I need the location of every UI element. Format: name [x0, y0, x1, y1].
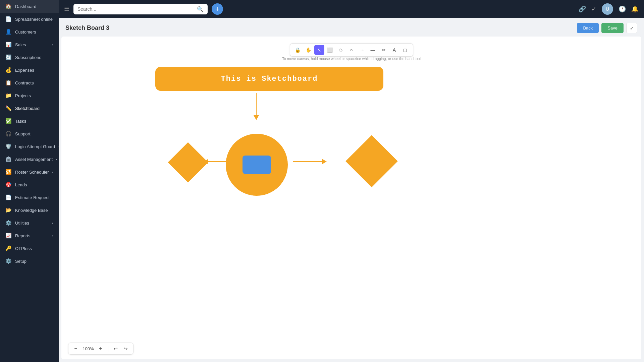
- sidebar-item-label: Subscriptions: [15, 55, 41, 60]
- save-button[interactable]: Save: [601, 23, 624, 33]
- canvas-wrapper: 🔒✋↖⬜◇○→—✏A◻ To move canvas, hold mouse w…: [61, 37, 641, 359]
- header-buttons: Back Save ⤢: [577, 23, 637, 33]
- sidebar-item-subscriptions[interactable]: 🔄 Subscriptions: [0, 51, 59, 64]
- sidebar-icon: 📂: [5, 207, 12, 213]
- sidebar-item-setup[interactable]: ⚙️ Setup: [0, 255, 59, 267]
- sidebar-item-label: Spreadsheet online: [15, 17, 53, 22]
- sidebar-icon: 🏛️: [5, 156, 12, 162]
- toolbar: 🔒✋↖⬜◇○→—✏A◻: [290, 41, 413, 59]
- check-icon[interactable]: ✓: [591, 5, 596, 13]
- sidebar-item-label: Customers: [15, 29, 36, 35]
- page-title: Sketch Board 3: [65, 24, 109, 32]
- sidebar-item-label: Utilities: [15, 221, 29, 226]
- cursor-tool-button[interactable]: ↖: [314, 45, 324, 55]
- zoom-out-button[interactable]: −: [72, 345, 80, 353]
- sidebar-item-utilities[interactable]: ⚙️ Utilities ‹: [0, 217, 59, 229]
- sketch-diamond-left: [168, 142, 208, 182]
- sidebar-item-knowledge-base[interactable]: 📂 Knowledge Base: [0, 204, 59, 217]
- sidebar-item-label: Expenses: [15, 68, 34, 73]
- sidebar-icon: 🔄: [5, 54, 12, 60]
- sidebar-item-otpless[interactable]: 🔑 OTPless: [0, 242, 59, 255]
- sidebar-item-asset-management[interactable]: 🏛️ Asset Management ‹: [0, 153, 59, 166]
- sidebar-item-label: Roster Scheduler: [15, 170, 49, 175]
- sidebar-icon: 📈: [5, 233, 12, 239]
- hand-tool-button[interactable]: ✋: [304, 45, 314, 55]
- sidebar-item-dashboard[interactable]: 🏠 Dashboard: [0, 0, 59, 13]
- sidebar-item-sketchboard[interactable]: ✏️ Sketchboard: [0, 102, 59, 115]
- sidebar-item-contracts[interactable]: 📋 Contracts: [0, 76, 59, 89]
- fullscreen-button[interactable]: ⤢: [626, 23, 637, 33]
- sketch-banner: This is Sketchboard: [155, 67, 383, 91]
- arrow-right: [293, 161, 326, 162]
- sidebar-item-label: Asset Management: [15, 157, 53, 162]
- clock-icon[interactable]: 🕐: [619, 5, 626, 13]
- sidebar-item-label: Login Attempt Guard: [15, 144, 55, 149]
- search-icon: 🔍: [197, 6, 204, 12]
- drawing-area[interactable]: This is Sketchboard: [61, 37, 641, 359]
- back-button[interactable]: Back: [577, 23, 599, 33]
- sketch-rect: [243, 156, 271, 174]
- page-header: Sketch Board 3 Back Save ⤢: [59, 18, 644, 37]
- sidebar-item-label: Dashboard: [15, 4, 37, 9]
- sidebar-item-leads[interactable]: 🎯 Leads: [0, 178, 59, 191]
- redo-button[interactable]: ↪: [122, 345, 130, 353]
- sidebar-icon: 📄: [5, 194, 12, 200]
- sidebar-item-spreadsheet-online[interactable]: 📄 Spreadsheet online: [0, 13, 59, 25]
- circle-tool-button[interactable]: ○: [346, 45, 357, 55]
- search-input[interactable]: [77, 6, 194, 12]
- text-tool-button[interactable]: A: [389, 45, 399, 55]
- line-tool-button[interactable]: —: [368, 45, 378, 55]
- sidebar-item-tasks[interactable]: ✅ Tasks: [0, 115, 59, 127]
- sidebar-icon: 🏠: [5, 3, 12, 9]
- sidebar-item-label: Contracts: [15, 80, 34, 85]
- arrow-tool-button[interactable]: →: [357, 45, 367, 55]
- sidebar-icon: 🔑: [5, 245, 12, 251]
- zoom-level: 100%: [82, 346, 95, 351]
- sidebar: 🏠 Dashboard 📄 Spreadsheet online 👤 Custo…: [0, 0, 59, 362]
- search-wrapper: 🔍: [73, 4, 208, 14]
- sidebar-item-label: OTPless: [15, 246, 32, 251]
- sidebar-icon: 🎯: [5, 182, 12, 188]
- sidebar-item-label: Leads: [15, 182, 27, 187]
- undo-button[interactable]: ↩: [112, 345, 120, 353]
- hamburger-icon[interactable]: ☰: [64, 5, 69, 13]
- chevron-icon: ‹: [52, 43, 53, 47]
- page-content: Sketch Board 3 Back Save ⤢ 🔒✋↖⬜◇○→—✏A◻ T…: [59, 18, 644, 362]
- sidebar-item-expenses[interactable]: 💰 Expenses: [0, 64, 59, 76]
- sidebar-item-login-attempt-guard[interactable]: 🛡️ Login Attempt Guard ‹: [0, 140, 59, 153]
- sidebar-item-customers[interactable]: 👤 Customers: [0, 25, 59, 38]
- sidebar-icon: ✅: [5, 118, 12, 124]
- zoom-in-button[interactable]: +: [97, 345, 105, 353]
- sidebar-icon: 🎧: [5, 131, 12, 137]
- sidebar-item-label: Support: [15, 131, 31, 136]
- sidebar-icon: 🔁: [5, 169, 12, 175]
- diamond-tool-button[interactable]: ◇: [336, 45, 346, 55]
- add-button[interactable]: +: [212, 3, 223, 15]
- sidebar-item-reports[interactable]: 📈 Reports ‹: [0, 229, 59, 242]
- sidebar-icon: ✏️: [5, 105, 12, 111]
- sidebar-item-projects[interactable]: 📁 Projects: [0, 89, 59, 102]
- bell-icon[interactable]: 🔔: [631, 5, 639, 13]
- sidebar-icon: ⚙️: [5, 220, 12, 226]
- sidebar-item-estimate-request[interactable]: 📄 Estimate Request: [0, 191, 59, 204]
- sidebar-item-label: Projects: [15, 93, 31, 98]
- rectangle-tool-button[interactable]: ⬜: [325, 45, 335, 55]
- sidebar-item-label: Sales: [15, 42, 26, 47]
- sidebar-icon: 📁: [5, 93, 12, 99]
- avatar[interactable]: U: [602, 3, 613, 15]
- sidebar-item-label: Tasks: [15, 119, 26, 124]
- share-icon[interactable]: 🔗: [579, 5, 586, 13]
- sidebar-item-label: Sketchboard: [15, 106, 40, 111]
- toolbar-bg: 🔒✋↖⬜◇○→—✏A◻: [290, 43, 413, 57]
- sketch-diamond-right: [345, 135, 398, 187]
- zoom-divider: [108, 346, 108, 352]
- sidebar-item-roster-scheduler[interactable]: 🔁 Roster Scheduler ‹: [0, 166, 59, 178]
- lock-tool-button[interactable]: 🔒: [293, 45, 303, 55]
- pencil-tool-button[interactable]: ✏: [379, 45, 389, 55]
- sidebar-item-sales[interactable]: 📊 Sales ‹: [0, 38, 59, 51]
- chevron-icon: ‹: [52, 234, 53, 238]
- sidebar-item-support[interactable]: 🎧 Support: [0, 127, 59, 140]
- eraser-tool-button[interactable]: ◻: [400, 45, 410, 55]
- topbar-right: 🔗 ✓ U 🕐 🔔: [579, 3, 639, 15]
- arrow-left: [204, 161, 237, 162]
